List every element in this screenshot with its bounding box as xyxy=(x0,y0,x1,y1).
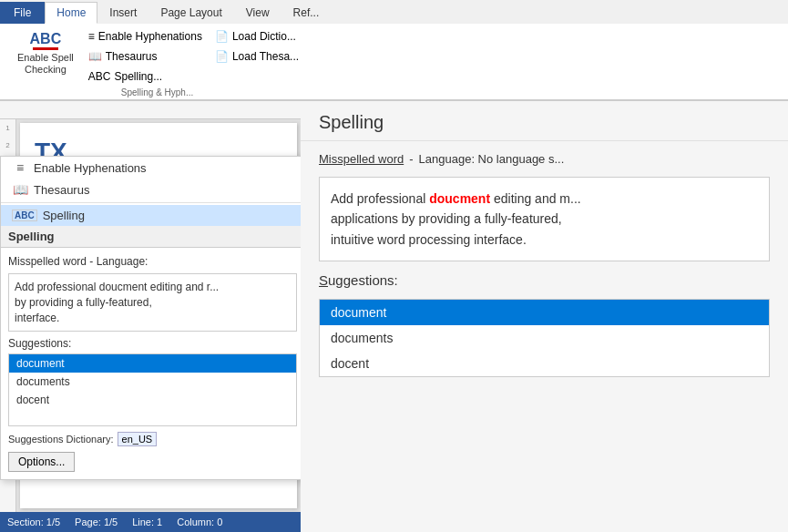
options-button[interactable]: Options... xyxy=(8,452,75,472)
enable-spell-button[interactable]: ABC Enable SpellChecking xyxy=(11,27,80,80)
hyphenation-icon: ≡ xyxy=(88,30,95,43)
panel-body: Misspelled word - Language: No language … xyxy=(301,141,788,532)
ribbon-tab-bar: File Home Insert Page Layout View Ref... xyxy=(0,0,788,24)
status-bar: Section: 1/5 Page: 1/5 Line: 1 Column: 0 xyxy=(0,512,301,532)
tab-references[interactable]: Ref... xyxy=(281,2,332,24)
sub-dict-row: Suggestions Dictionary: en_US xyxy=(8,432,297,446)
sub-misspelled-word: doucment xyxy=(99,281,148,293)
dropdown-overlay: ≡ Enable Hyphenations 📖 Thesaurus ABC Sp… xyxy=(0,156,301,480)
dash: - xyxy=(409,152,413,166)
language-label: Language: No language s... xyxy=(419,152,565,166)
misspelled-label: Misspelled word xyxy=(319,152,404,166)
sub-suggestions-list: document documents docent xyxy=(8,353,297,426)
load-thesaurus-button[interactable]: 📄 Load Thesa... xyxy=(210,47,303,66)
thesaurus-icon: 📖 xyxy=(88,50,102,63)
sub-suggestion-docent[interactable]: docent xyxy=(9,391,296,409)
load-dict-icon: 📄 xyxy=(215,30,229,43)
spell-subpanel-content: Misspelled word - Language: Add professi… xyxy=(1,248,301,479)
tab-view[interactable]: View xyxy=(234,2,281,24)
suggestion-docent[interactable]: docent xyxy=(320,351,769,376)
suggestions-title: Suggestions: xyxy=(319,272,770,288)
document-area: 1 2 3 4 TX Overview Add professional dou… xyxy=(0,101,301,532)
misspell-header: Misspelled word - Language: No language … xyxy=(319,152,770,166)
sub-suggestion-documents[interactable]: documents xyxy=(9,373,296,391)
panel-misspelled-word: doucment xyxy=(429,191,490,206)
sub-suggestion-document[interactable]: document xyxy=(9,354,296,373)
menu-enable-hyphenations[interactable]: ≡ Enable Hyphenations xyxy=(1,157,301,179)
spelling-small-buttons: ≡ Enable Hyphenations 📖 Thesaurus ABC Sp… xyxy=(84,27,207,86)
spelling-label: Spelling... xyxy=(114,70,162,83)
load-dictionary-button[interactable]: 📄 Load Dictio... xyxy=(210,27,303,46)
context-box: Add professional doucment editing and m.… xyxy=(319,177,770,261)
spelling-panel: Spelling Misspelled word - Language: No … xyxy=(301,101,788,532)
load-buttons: 📄 Load Dictio... 📄 Load Thesa... xyxy=(210,27,303,66)
tab-home[interactable]: Home xyxy=(45,2,97,24)
sub-suggestions-label: Suggestions: xyxy=(8,337,297,350)
suggestion-document[interactable]: document xyxy=(320,300,769,325)
status-line: Line: 1 xyxy=(132,517,162,527)
sub-dict-label: Suggestions Dictionary: xyxy=(8,434,114,445)
thes-menu-icon: 📖 xyxy=(12,182,28,197)
sub-misspelled-header: Misspelled word - Language: xyxy=(8,255,297,268)
load-thes-label: Load Thesa... xyxy=(232,50,299,63)
ribbon-content: ABC Enable SpellChecking ≡ Enable Hyphen… xyxy=(0,24,788,100)
sub-context-box: Add professional doucment editing and r.… xyxy=(8,273,297,332)
spell-menu-abc-icon: ABC xyxy=(12,210,37,221)
tab-insert[interactable]: Insert xyxy=(97,2,148,24)
thesaurus-label: Thesaurus xyxy=(106,50,158,63)
enable-hyphenations-button[interactable]: ≡ Enable Hyphenations xyxy=(84,27,207,46)
menu-spelling[interactable]: ABC Spelling xyxy=(1,205,301,226)
spelling-group-items: ABC Enable SpellChecking ≡ Enable Hyphen… xyxy=(11,27,303,86)
suggestions-list: document documents docent xyxy=(319,299,770,377)
ruler-top xyxy=(0,101,301,119)
panel-title: Spelling xyxy=(301,101,788,141)
suggestion-documents[interactable]: documents xyxy=(320,325,769,351)
enable-spell-label: Enable SpellChecking xyxy=(17,52,74,76)
load-dict-label: Load Dictio... xyxy=(232,30,296,43)
tab-file[interactable]: File xyxy=(0,2,45,24)
status-column: Column: 0 xyxy=(177,517,222,527)
main-area: 1 2 3 4 TX Overview Add professional dou… xyxy=(0,101,788,532)
menu-separator xyxy=(1,202,301,203)
tab-page-layout[interactable]: Page Layout xyxy=(148,2,233,24)
status-section: Section: 1/5 xyxy=(7,517,60,527)
abc-spell-icon: ABC xyxy=(30,32,62,50)
sub-dict-value: en_US xyxy=(118,432,158,446)
status-page: Page: 1/5 xyxy=(75,517,118,527)
spelling-button[interactable]: ABC Spelling... xyxy=(84,67,207,86)
hyph-menu-label: Enable Hyphenations xyxy=(34,161,147,175)
enable-hyphenations-label: Enable Hyphenations xyxy=(98,30,202,43)
dropdown-menu: ≡ Enable Hyphenations 📖 Thesaurus ABC Sp… xyxy=(1,157,301,226)
spelling-abc-icon: ABC xyxy=(88,70,111,83)
spelling-group: ABC Enable SpellChecking ≡ Enable Hyphen… xyxy=(4,27,311,99)
thes-menu-label: Thesaurus xyxy=(34,183,89,197)
load-thes-icon: 📄 xyxy=(215,50,229,63)
spell-menu-label: Spelling xyxy=(43,209,85,222)
thesaurus-button[interactable]: 📖 Thesaurus xyxy=(84,47,207,66)
spell-subpanel-title: Spelling xyxy=(1,226,301,248)
spelling-group-label: Spelling & Hyph... xyxy=(121,87,194,99)
menu-thesaurus[interactable]: 📖 Thesaurus xyxy=(1,179,301,200)
hyph-menu-icon: ≡ xyxy=(12,160,28,175)
